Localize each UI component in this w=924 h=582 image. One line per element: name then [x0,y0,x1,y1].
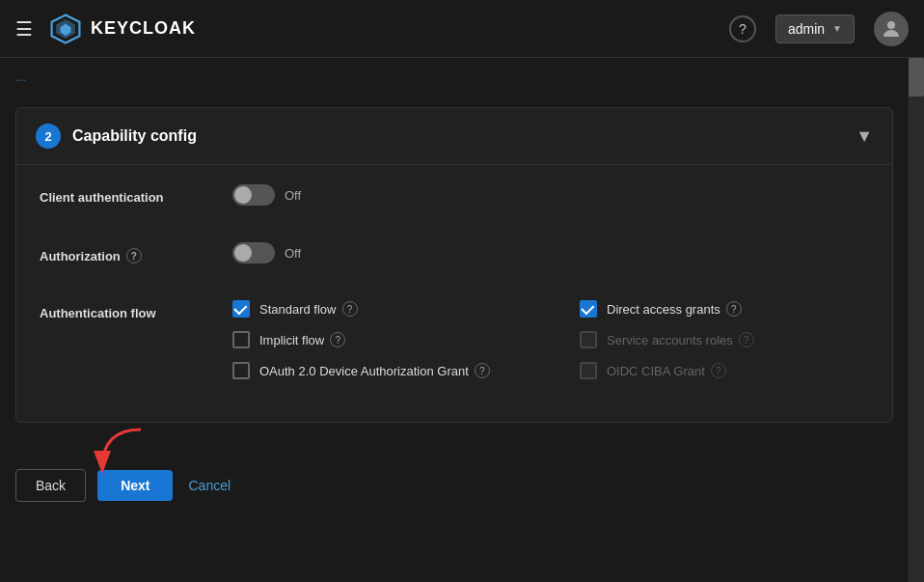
standard-flow-help-icon[interactable]: ? [342,301,358,317]
main-content: ... 2 Capability config ▼ Client authent… [0,58,909,582]
service-accounts-item: Service accounts roles ? [580,331,869,348]
oidc-ciba-item: OIDC CIBA Grant ? [580,362,869,379]
admin-user-dropdown[interactable]: admin ▼ [775,14,855,43]
authorization-help-icon[interactable]: ? [126,248,142,263]
service-accounts-checkbox [580,331,597,348]
keycloak-logo-icon [48,12,83,46]
device-auth-label-text: OAuth 2.0 Device Authorization Grant [259,364,469,378]
authorization-label-text: Authorization [40,249,121,263]
capability-config-section: 2 Capability config ▼ Client authenticat… [15,107,893,423]
auth-flow-label: Authentication flow [40,306,232,320]
navbar-right: ? admin ▼ [729,12,909,46]
next-button[interactable]: Next [97,470,173,501]
standard-flow-checkbox[interactable] [232,300,250,318]
client-auth-label: Client authentication [40,190,232,205]
device-auth-item: OAuth 2.0 Device Authorization Grant ? [232,362,522,379]
device-auth-checkbox[interactable] [232,362,250,379]
authorization-toggle-thumb [234,244,252,262]
scrollbar-thumb[interactable] [909,58,924,97]
auth-flow-row: Authentication flow Standard flow ? [40,300,869,379]
direct-access-help-icon[interactable]: ? [726,301,742,317]
arrow-indicator [73,425,150,476]
section-collapse-icon: ▼ [856,126,873,147]
user-avatar[interactable] [874,12,909,46]
action-bar: Back Next Cancel [15,438,893,521]
oidc-ciba-label: OIDC CIBA Grant ? [607,363,726,378]
direct-access-item: Direct access grants ? [580,300,869,318]
service-accounts-help-icon: ? [739,332,754,347]
implicit-flow-help-icon[interactable]: ? [330,332,345,347]
client-auth-toggle[interactable] [232,184,275,206]
avatar-icon [880,17,903,41]
client-auth-toggle-label: Off [285,188,301,203]
step-badge: 2 [36,124,61,149]
standard-flow-item: Standard flow ? [232,300,522,318]
oidc-ciba-help-icon: ? [711,363,726,378]
brand-logo: KEYCLOAK [48,12,196,46]
authorization-control: Off [232,242,869,263]
authorization-toggle[interactable] [232,242,275,263]
direct-access-checkbox[interactable] [580,300,597,318]
service-accounts-label: Service accounts roles ? [607,332,754,347]
device-auth-help-icon[interactable]: ? [475,363,490,378]
breadcrumb-text: ... [15,69,26,84]
client-auth-control: Off [232,184,869,206]
implicit-flow-checkbox[interactable] [232,331,250,348]
implicit-flow-item: Implicit flow ? [232,331,522,348]
section-title: Capability config [72,127,856,145]
client-auth-toggle-wrapper: Off [232,184,301,206]
direct-access-label: Direct access grants ? [607,301,742,317]
oidc-ciba-label-text: OIDC CIBA Grant [607,364,705,378]
authorization-toggle-wrapper: Off [232,242,301,263]
client-auth-row: Client authentication Off [40,184,869,219]
back-button[interactable]: Back [15,469,86,502]
oidc-ciba-checkbox [580,362,597,379]
standard-flow-label: Standard flow ? [259,301,358,317]
help-icon[interactable]: ? [729,15,756,42]
authorization-label-col: Authorization ? [40,242,232,263]
brand-name: KEYCLOAK [91,18,196,39]
standard-flow-label-text: Standard flow [259,302,337,317]
implicit-flow-label: Implicit flow ? [259,332,345,347]
admin-username: admin [788,21,825,37]
client-auth-label-col: Client authentication [40,184,232,205]
auth-flow-label-col: Authentication flow [40,300,232,320]
section-header[interactable]: 2 Capability config ▼ [16,108,892,165]
navbar: ☰ KEYCLOAK ? admin ▼ [0,0,924,58]
direct-access-label-text: Direct access grants [607,302,720,317]
device-auth-label: OAuth 2.0 Device Authorization Grant ? [259,363,490,378]
client-auth-toggle-thumb [234,186,252,204]
authorization-row: Authorization ? Off [40,242,869,277]
breadcrumb: ... [15,58,893,92]
scrollbar-track [909,58,924,582]
dropdown-arrow-icon: ▼ [832,23,842,34]
form-body: Client authentication Off Authorization [16,165,892,422]
svg-point-3 [887,21,895,29]
checkbox-grid: Standard flow ? Direct access grants ? [232,300,869,379]
authorization-label: Authorization ? [40,248,232,263]
implicit-flow-label-text: Implicit flow [259,333,324,347]
authorization-toggle-label: Off [285,246,301,261]
hamburger-menu-icon[interactable]: ☰ [15,17,33,41]
cancel-button[interactable]: Cancel [184,470,234,501]
service-accounts-label-text: Service accounts roles [607,333,733,347]
auth-flow-control: Standard flow ? Direct access grants ? [232,300,869,379]
